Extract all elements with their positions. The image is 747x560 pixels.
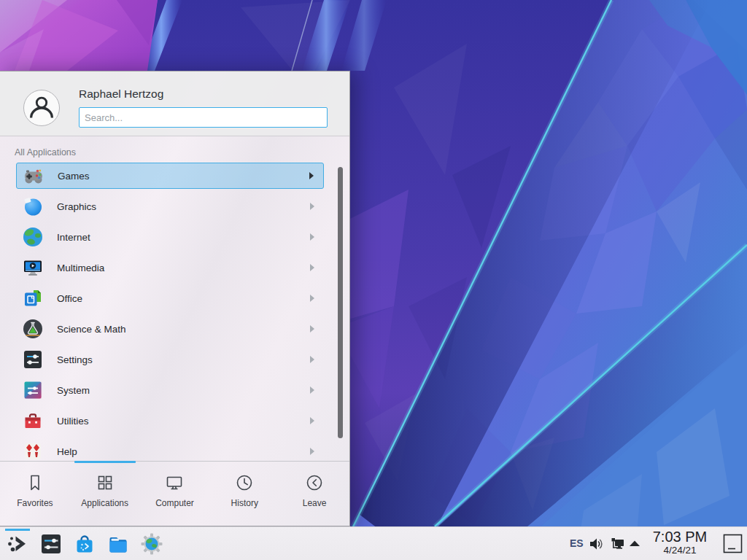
category-games[interactable]: Games	[16, 163, 324, 189]
user-avatar[interactable]	[23, 90, 60, 126]
network-icon[interactable]	[610, 536, 626, 552]
user-name: Raphael Hertzog	[79, 88, 163, 101]
application-launcher-menu: Raphael Hertzog All Applications Games	[0, 71, 350, 526]
clock-time: 7:03 PM	[649, 529, 711, 545]
tab-favorites[interactable]: Favorites	[0, 462, 70, 526]
graphics-icon	[21, 195, 44, 218]
category-internet[interactable]: Internet	[16, 224, 324, 250]
volume-icon[interactable]	[588, 536, 604, 552]
utilities-icon	[21, 409, 44, 432]
tab-computer[interactable]: Computer	[140, 462, 210, 526]
tab-applications[interactable]: Applications	[70, 462, 140, 526]
chevron-right-icon	[309, 356, 315, 363]
category-label: Science & Math	[57, 324, 126, 335]
system-settings-launcher[interactable]	[39, 532, 63, 556]
chevron-right-icon	[309, 325, 315, 332]
keyboard-layout-indicator[interactable]: ES	[570, 537, 584, 549]
category-label: Games	[58, 171, 90, 182]
section-label: All Applications	[15, 147, 76, 158]
category-label: Utilities	[57, 416, 89, 427]
category-label: Multimedia	[57, 262, 104, 273]
help-icon	[21, 440, 44, 460]
monitor-icon	[164, 472, 185, 493]
web-browser-launcher[interactable]	[140, 532, 163, 556]
desktop: Raphael Hertzog All Applications Games	[0, 0, 747, 560]
clock-icon	[234, 472, 255, 493]
category-settings[interactable]: Settings	[16, 346, 324, 373]
clock-date: 4/24/21	[649, 545, 711, 556]
tab-history[interactable]: History	[209, 462, 279, 526]
office-icon	[21, 287, 44, 310]
category-system[interactable]: System	[16, 377, 324, 403]
discover-launcher[interactable]	[73, 532, 96, 556]
file-manager-launcher[interactable]	[107, 532, 130, 556]
games-icon	[22, 164, 45, 187]
launcher-header: Raphael Hertzog	[0, 71, 349, 136]
category-office[interactable]: Office	[16, 285, 324, 311]
internet-icon	[21, 225, 44, 249]
search-input[interactable]	[79, 107, 328, 128]
expand-tray-caret-icon[interactable]	[628, 539, 644, 555]
category-science-math[interactable]: Science & Math	[16, 316, 324, 342]
scrollbar[interactable]	[338, 167, 343, 438]
category-label: Office	[57, 293, 82, 304]
chevron-right-icon	[309, 233, 315, 241]
taskbar-panel: ES	[0, 526, 747, 560]
show-desktop-button[interactable]	[723, 534, 743, 553]
category-label: Settings	[57, 354, 93, 365]
chevron-right-icon	[309, 417, 315, 424]
category-help[interactable]: Help	[16, 438, 324, 460]
chevron-right-icon	[309, 386, 315, 394]
category-label: Internet	[57, 232, 90, 243]
category-label: Help	[57, 446, 77, 457]
settings-icon	[21, 348, 44, 371]
category-list: Games Graphics	[0, 160, 350, 460]
chevron-right-icon	[309, 264, 315, 271]
bookmark-icon	[25, 472, 45, 493]
category-utilities[interactable]: Utilities	[16, 408, 324, 434]
category-label: System	[57, 385, 90, 396]
launcher-tabbar: Favorites Applications	[0, 461, 349, 526]
category-multimedia[interactable]: Multimedia	[16, 254, 324, 281]
chevron-right-icon	[309, 448, 315, 455]
category-label: Graphics	[57, 201, 96, 212]
grid-icon	[95, 472, 115, 493]
chevron-right-icon	[309, 295, 315, 302]
system-icon	[21, 378, 44, 402]
leave-icon	[304, 472, 325, 493]
chevron-right-icon	[309, 203, 315, 210]
digital-clock[interactable]: 7:03 PM 4/24/21	[649, 529, 711, 556]
category-graphics[interactable]: Graphics	[16, 193, 324, 219]
launcher-active-indicator	[5, 529, 30, 531]
chevron-right-icon	[309, 172, 314, 179]
science-icon	[21, 317, 44, 341]
multimedia-icon	[21, 256, 44, 279]
application-launcher-button[interactable]	[6, 532, 29, 556]
tab-leave[interactable]: Leave	[279, 462, 349, 526]
